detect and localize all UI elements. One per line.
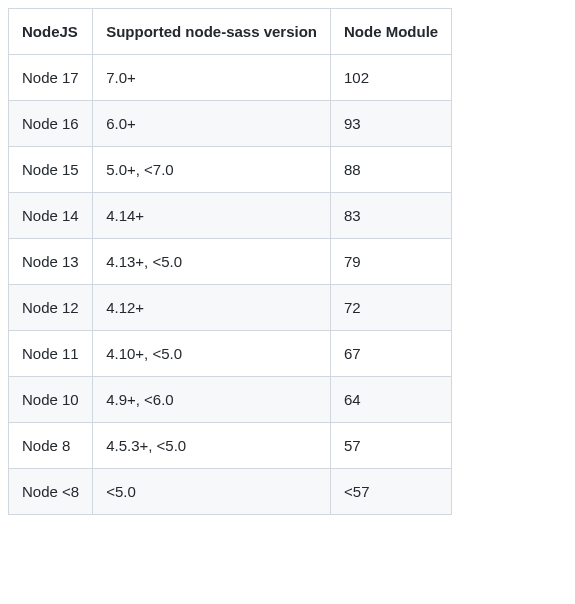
cell-sass: 4.14+ — [93, 193, 331, 239]
cell-module: 102 — [331, 55, 452, 101]
cell-module: <57 — [331, 469, 452, 515]
cell-module: 88 — [331, 147, 452, 193]
table-row: Node 12 4.12+ 72 — [9, 285, 452, 331]
cell-module: 79 — [331, 239, 452, 285]
table-row: Node 8 4.5.3+, <5.0 57 — [9, 423, 452, 469]
cell-module: 83 — [331, 193, 452, 239]
cell-sass: 4.5.3+, <5.0 — [93, 423, 331, 469]
cell-sass: 6.0+ — [93, 101, 331, 147]
cell-nodejs: Node 14 — [9, 193, 93, 239]
cell-sass: 4.12+ — [93, 285, 331, 331]
cell-nodejs: Node 10 — [9, 377, 93, 423]
cell-sass: 7.0+ — [93, 55, 331, 101]
cell-nodejs: Node 16 — [9, 101, 93, 147]
header-node-module: Node Module — [331, 9, 452, 55]
table-row: Node 14 4.14+ 83 — [9, 193, 452, 239]
cell-module: 64 — [331, 377, 452, 423]
cell-nodejs: Node <8 — [9, 469, 93, 515]
cell-module: 67 — [331, 331, 452, 377]
cell-nodejs: Node 17 — [9, 55, 93, 101]
table-row: Node 17 7.0+ 102 — [9, 55, 452, 101]
table-row: Node <8 <5.0 <57 — [9, 469, 452, 515]
cell-sass: 5.0+, <7.0 — [93, 147, 331, 193]
header-sass-version: Supported node-sass version — [93, 9, 331, 55]
cell-module: 93 — [331, 101, 452, 147]
header-nodejs: NodeJS — [9, 9, 93, 55]
cell-nodejs: Node 15 — [9, 147, 93, 193]
table-header-row: NodeJS Supported node-sass version Node … — [9, 9, 452, 55]
table-row: Node 16 6.0+ 93 — [9, 101, 452, 147]
compatibility-table: NodeJS Supported node-sass version Node … — [8, 8, 568, 515]
table-row: Node 10 4.9+, <6.0 64 — [9, 377, 452, 423]
cell-sass: <5.0 — [93, 469, 331, 515]
cell-nodejs: Node 13 — [9, 239, 93, 285]
cell-nodejs: Node 11 — [9, 331, 93, 377]
table-row: Node 13 4.13+, <5.0 79 — [9, 239, 452, 285]
cell-nodejs: Node 12 — [9, 285, 93, 331]
cell-nodejs: Node 8 — [9, 423, 93, 469]
cell-module: 72 — [331, 285, 452, 331]
table-row: Node 11 4.10+, <5.0 67 — [9, 331, 452, 377]
table-row: Node 15 5.0+, <7.0 88 — [9, 147, 452, 193]
cell-sass: 4.10+, <5.0 — [93, 331, 331, 377]
cell-sass: 4.9+, <6.0 — [93, 377, 331, 423]
cell-sass: 4.13+, <5.0 — [93, 239, 331, 285]
cell-module: 57 — [331, 423, 452, 469]
